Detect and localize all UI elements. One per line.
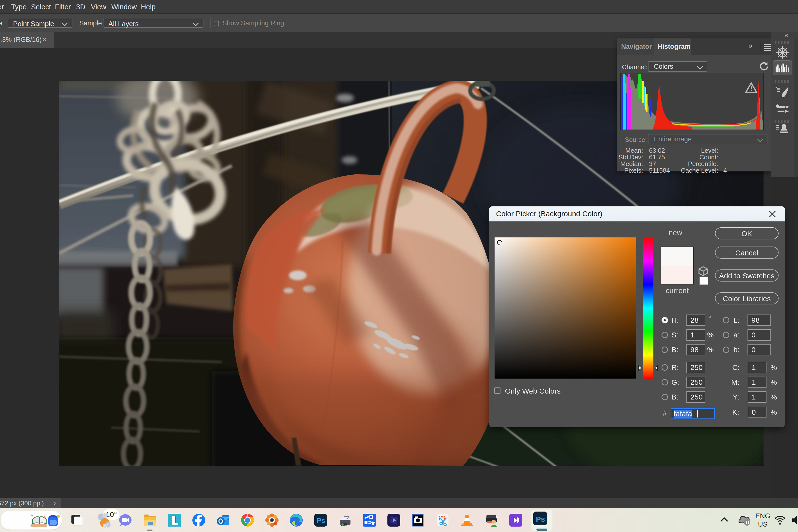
svg-text:Ps: Ps (536, 515, 545, 523)
svg-text:Ps: Ps (317, 517, 325, 524)
